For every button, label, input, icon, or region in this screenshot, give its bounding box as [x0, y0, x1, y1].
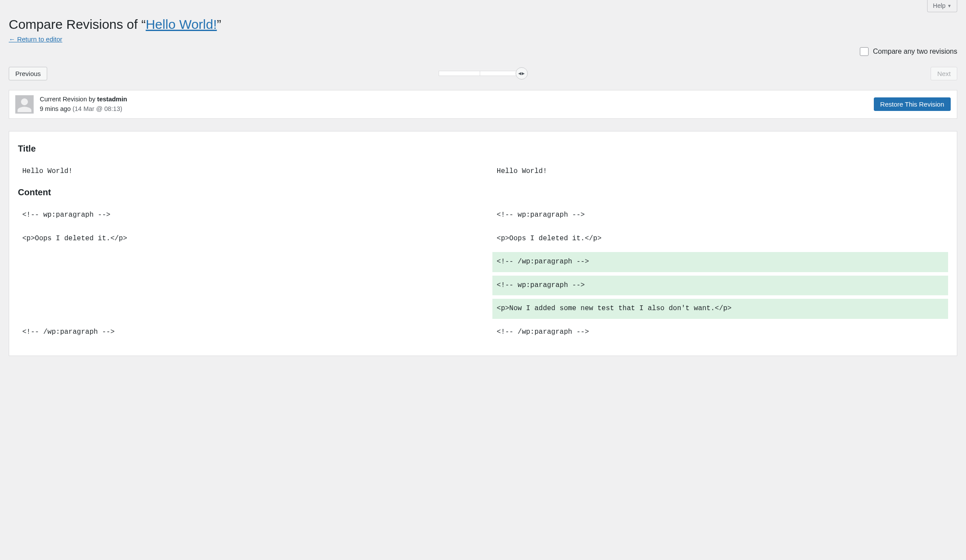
diff-right-cell: <!-- wp:paragraph --> — [492, 205, 948, 225]
person-icon — [16, 97, 33, 114]
next-button: Next — [931, 67, 957, 80]
diff-panel: Title Hello World! Hello World! Content … — [9, 131, 957, 356]
diff-left-cell — [18, 252, 474, 272]
return-label: Return to editor — [17, 35, 62, 43]
post-title-link[interactable]: Hello World! — [145, 17, 217, 31]
diff-right-cell: <!-- wp:paragraph --> — [492, 276, 948, 296]
arrow-right-icon: ▶ — [522, 72, 525, 76]
diff-content-table: <!-- wp:paragraph --><!-- wp:paragraph -… — [18, 205, 948, 342]
page-title-suffix: ” — [217, 17, 221, 31]
section-content-heading: Content — [18, 187, 948, 197]
table-row — [18, 319, 948, 322]
slider-track — [439, 71, 522, 76]
table-row: <!-- wp:paragraph --> — [18, 276, 948, 296]
page-title: Compare Revisions of “Hello World!” — [9, 16, 957, 33]
table-row: Hello World! Hello World! — [18, 162, 948, 182]
diff-left-cell: <p>Oops I deleted it.</p> — [18, 229, 474, 249]
revision-absolute-time: (14 Mar @ 08:13) — [73, 105, 122, 112]
table-row: <!-- /wp:paragraph --><!-- /wp:paragraph… — [18, 322, 948, 342]
return-to-editor-link[interactable]: ← Return to editor — [9, 35, 62, 43]
section-title-heading: Title — [18, 144, 948, 154]
table-row: <!-- /wp:paragraph --> — [18, 252, 948, 272]
revision-slider[interactable]: ◀ ▶ — [439, 67, 528, 80]
table-row — [18, 272, 948, 276]
compare-two-checkbox[interactable] — [860, 47, 869, 56]
restore-revision-button[interactable]: Restore This Revision — [874, 97, 951, 111]
avatar — [15, 95, 34, 114]
diff-left-cell: <!-- wp:paragraph --> — [18, 205, 474, 225]
diff-right-cell: Hello World! — [492, 162, 948, 182]
diff-left-cell — [18, 299, 474, 319]
table-row: <p>Oops I deleted it.</p><p>Oops I delet… — [18, 229, 948, 249]
compare-two-label: Compare any two revisions — [873, 48, 957, 55]
diff-right-cell: <!-- /wp:paragraph --> — [492, 322, 948, 342]
diff-left-cell: Hello World! — [18, 162, 474, 182]
table-row: <!-- wp:paragraph --><!-- wp:paragraph -… — [18, 205, 948, 225]
diff-right-cell: <p>Now I added some new test that I also… — [492, 299, 948, 319]
diff-left-cell: <!-- /wp:paragraph --> — [18, 322, 474, 342]
revision-meta-bar: Current Revision by testadmin 9 mins ago… — [9, 90, 957, 119]
revision-by-prefix: Current Revision by — [40, 96, 95, 103]
chevron-down-icon: ▼ — [947, 3, 952, 8]
revision-ago: 9 mins ago — [40, 105, 71, 112]
diff-right-cell: <!-- /wp:paragraph --> — [492, 252, 948, 272]
help-tab[interactable]: Help ▼ — [927, 0, 957, 12]
arrow-left-icon: ◀ — [518, 72, 521, 76]
revision-author: testadmin — [97, 96, 127, 103]
help-tab-label: Help — [933, 2, 945, 9]
slider-handle[interactable]: ◀ ▶ — [516, 67, 528, 80]
table-row — [18, 225, 948, 229]
diff-title-table: Hello World! Hello World! — [18, 162, 948, 182]
previous-button[interactable]: Previous — [9, 67, 47, 80]
diff-right-cell: <p>Oops I deleted it.</p> — [492, 229, 948, 249]
page-title-prefix: Compare Revisions of “ — [9, 17, 145, 31]
diff-left-cell — [18, 276, 474, 296]
table-row — [18, 249, 948, 252]
table-row: <p>Now I added some new test that I also… — [18, 299, 948, 319]
table-row — [18, 295, 948, 299]
arrow-left-icon: ← — [9, 35, 15, 43]
